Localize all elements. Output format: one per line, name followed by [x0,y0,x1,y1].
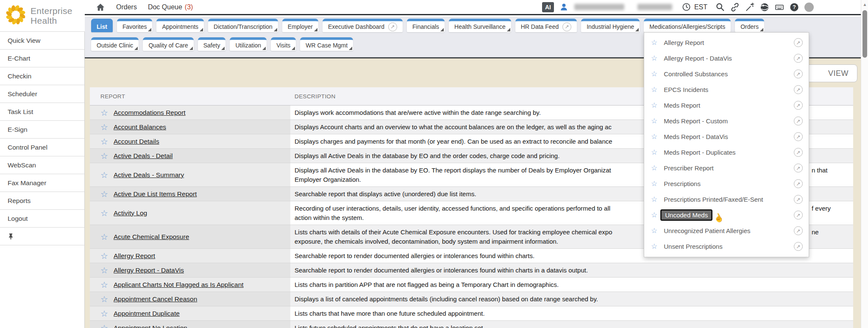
sidebar-item-reports[interactable]: Reports [0,192,84,210]
open-in-new-icon[interactable]: ↗ [794,148,803,157]
menu-item-prescriber-report[interactable]: ☆Prescriber Report↗ [644,160,809,176]
menu-item-prescriptions-printed-faxed-e-sent[interactable]: ☆Prescriptions Printed/Faxed/E-Sent↗ [644,192,809,207]
open-in-new-icon[interactable]: ↗ [794,54,803,63]
menu-item-allergy-report[interactable]: ☆Allergy Report↗ [644,35,809,50]
menu-item-meds-report-duplicates[interactable]: ☆Meds Report - Duplicates↗ [644,145,809,160]
tab-industrial-hygiene[interactable]: Industrial Hygiene [581,19,640,32]
sidebar-item-scheduler[interactable]: Scheduler [0,85,84,103]
open-in-new-icon[interactable]: ↗ [562,22,571,31]
tab-hr-data-feed[interactable]: HR Data Feed↗ [515,19,577,32]
favorite-star-icon[interactable]: ☆ [651,54,657,63]
link-icon[interactable] [730,3,740,12]
open-in-new-icon[interactable]: ↗ [794,85,803,94]
report-link-appointment-no-location[interactable]: Appointment No Location [114,324,187,328]
tab-employer[interactable]: Employer [282,19,318,32]
tab-wr-case-mgmt[interactable]: WR Case Mgmt [300,37,353,51]
avatar[interactable] [804,3,814,12]
open-in-new-icon[interactable]: ↗ [794,242,803,251]
report-link-appointment-cancel-reason[interactable]: Appointment Cancel Reason [114,295,197,303]
report-link-accommodations-report[interactable]: Accommodations Report [114,109,186,117]
menu-item-meds-report[interactable]: ☆Meds Report↗ [644,97,809,113]
menu-item-controlled-substances[interactable]: ☆Controlled Substances↗ [644,66,809,82]
open-in-new-icon[interactable]: ↗ [794,132,803,141]
tab-safety[interactable]: Safety [198,37,226,51]
tab-outside-clinic[interactable]: Outside Clinic [91,37,139,51]
menu-item-meds-report-custom[interactable]: ☆Meds Report - Custom↗ [644,113,809,129]
open-in-new-icon[interactable]: ↗ [794,117,803,125]
menu-item-uncoded-meds[interactable]: ☆Uncoded Meds☝↗ [644,207,809,223]
user-icon[interactable] [559,3,569,12]
favorite-star-icon[interactable]: ☆ [651,164,657,172]
home-icon[interactable] [96,3,105,12]
report-link-active-due-list-items-report[interactable]: Active Due List Items Report [114,190,197,198]
favorite-star-icon[interactable]: ☆ [100,137,108,146]
favorite-star-icon[interactable]: ☆ [100,281,108,289]
favorite-star-icon[interactable]: ☆ [100,233,108,241]
favorite-star-icon[interactable]: ☆ [100,209,108,217]
tab-dictation-transcription[interactable]: Dictation/Transcription [208,19,278,32]
menu-item-unrecognized-patient-allergies[interactable]: ☆Unrecognized Patient Allergies↗ [644,223,809,239]
open-in-new-icon[interactable]: ↗ [794,101,803,110]
tab-health-surveillance[interactable]: Health Surveillance [449,19,511,32]
report-link-allergy-report[interactable]: Allergy Report [114,252,155,260]
open-in-new-icon[interactable]: ↗ [388,22,397,31]
favorite-star-icon[interactable]: ☆ [651,211,657,220]
menu-item-prescriptions[interactable]: ☆Prescriptions↗ [644,176,809,192]
tab-quality-of-care[interactable]: Quality of Care [143,37,193,51]
favorite-star-icon[interactable]: ☆ [100,108,108,117]
favorite-star-icon[interactable]: ☆ [100,324,108,328]
breadcrumb-doc-queue[interactable]: Doc Queue(3) [148,3,193,11]
tab-executive-dashboard[interactable]: Executive Dashboard↗ [323,19,403,32]
tab-favorites[interactable]: Favorites [117,19,153,32]
sidebar-item-control-panel[interactable]: Control Panel [0,139,84,156]
tab-medications-allergies-scripts[interactable]: Medications/Allergies/Scripts [644,19,731,32]
sidebar-item-e-sign[interactable]: E-Sign [0,121,84,139]
favorite-star-icon[interactable]: ☆ [100,123,108,131]
ai-badge[interactable]: AI [542,2,554,12]
wand-icon[interactable] [745,3,754,12]
favorite-star-icon[interactable]: ☆ [651,148,657,157]
favorite-star-icon[interactable]: ☆ [100,171,108,179]
favorite-star-icon[interactable]: ☆ [651,242,657,251]
favorite-star-icon[interactable]: ☆ [100,152,108,160]
tab-orders[interactable]: Orders [735,19,764,32]
vertical-scrollbar[interactable]: ▲ [861,0,868,328]
report-link-applicant-charts-not-flagged-as-is-applicant[interactable]: Applicant Charts Not Flagged as Is Appli… [114,281,244,289]
favorite-star-icon[interactable]: ☆ [100,266,108,275]
report-link-activity-log[interactable]: Activity Log [114,209,147,217]
report-link-allergy-report-datavis[interactable]: Allergy Report - DataVis [114,267,184,274]
open-in-new-icon[interactable]: ↗ [794,226,803,235]
sidebar-item-fax-manager[interactable]: Fax Manager [0,174,84,192]
clock-icon[interactable] [682,3,691,12]
favorite-star-icon[interactable]: ☆ [651,195,657,204]
favorite-star-icon[interactable]: ☆ [100,252,108,260]
sidebar-pin-button[interactable] [0,228,84,245]
sidebar-item-e-chart[interactable]: E-Chart [0,50,84,67]
sidebar-item-checkin[interactable]: Checkin [0,67,84,85]
favorite-star-icon[interactable]: ☆ [651,179,657,188]
menu-item-allergy-report-datavis[interactable]: ☆Allergy Report - DataVis↗ [644,50,809,66]
menu-item-epcs-incidents[interactable]: ☆EPCS Incidents↗ [644,82,809,97]
tab-financials[interactable]: Financials [407,19,445,32]
favorite-star-icon[interactable]: ☆ [651,117,657,125]
favorite-star-icon[interactable]: ☆ [651,226,657,235]
open-in-new-icon[interactable]: ↗ [794,195,803,204]
tab-visits[interactable]: Visits [271,37,296,51]
report-link-account-balances[interactable]: Account Balances [114,123,166,131]
report-link-acute-chemical-exposure[interactable]: Acute Chemical Exposure [114,233,189,241]
help-icon[interactable]: ? [790,3,799,12]
search-icon[interactable] [715,3,725,12]
favorite-star-icon[interactable]: ☆ [651,85,657,94]
open-in-new-icon[interactable]: ↗ [794,179,803,188]
favorite-star-icon[interactable]: ☆ [100,190,108,198]
scrollbar-up-arrow[interactable]: ▲ [861,2,868,7]
favorite-star-icon[interactable]: ☆ [651,101,657,110]
sidebar-item-quick-view[interactable]: Quick View [0,32,84,50]
open-in-new-icon[interactable]: ↗ [794,38,803,47]
scrollbar-thumb[interactable] [862,10,867,58]
menu-item-unsent-prescriptions[interactable]: ☆Unsent Prescriptions↗ [644,239,809,254]
report-link-account-details[interactable]: Account Details [114,138,159,145]
open-in-new-icon[interactable]: ↗ [794,211,803,220]
open-in-new-icon[interactable]: ↗ [794,69,803,78]
favorite-star-icon[interactable]: ☆ [651,38,657,47]
